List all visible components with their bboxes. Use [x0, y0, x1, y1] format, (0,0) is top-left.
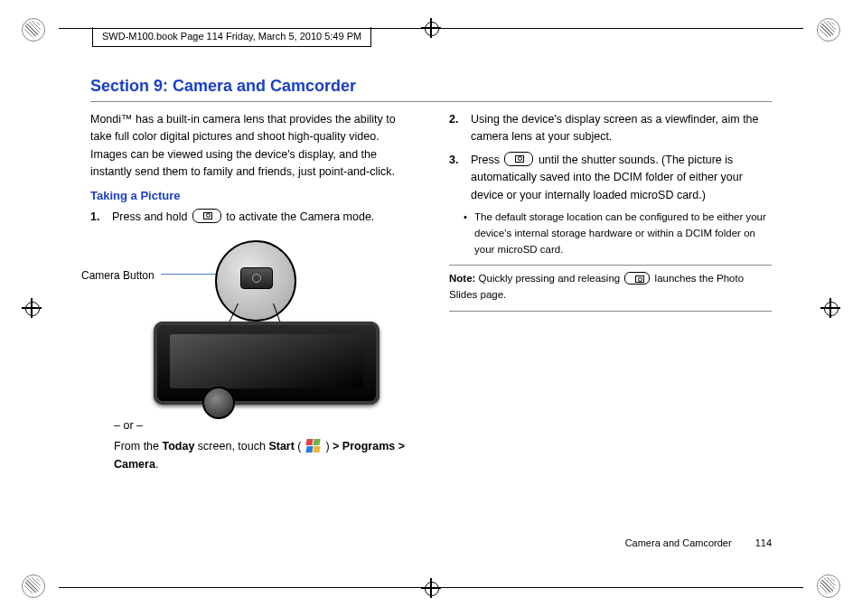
text: ( — [295, 440, 305, 453]
step-text: Press — [471, 154, 502, 166]
footer-section-name: Camera and Camcorder — [625, 537, 732, 548]
diagram-device-image — [154, 322, 379, 405]
step-3-bullet: The default storage location can be conf… — [449, 210, 772, 257]
horizontal-rule — [449, 311, 772, 312]
left-column: Mondi™ has a built-in camera lens that p… — [90, 111, 413, 479]
step-text: Press and hold — [112, 210, 191, 223]
crop-line — [59, 587, 803, 588]
step-text: Using the device's display screen as a v… — [471, 113, 759, 143]
step-number: 3. — [449, 152, 458, 169]
camera-button-icon — [624, 272, 650, 285]
section-title: Section 9: Camera and Camcorder — [90, 77, 772, 96]
registration-mark-icon — [22, 18, 45, 42]
step-1: 1. Press and hold to activate the Camera… — [90, 209, 413, 226]
note: Note: Quickly pressing and releasing lau… — [449, 271, 772, 303]
horizontal-rule — [449, 265, 772, 266]
registration-mark-icon — [22, 574, 45, 598]
note-label: Note: — [449, 273, 475, 284]
or-separator: – or – — [114, 417, 413, 434]
step-text: to activate the Camera mode. — [226, 210, 374, 223]
crop-mark-icon — [421, 578, 441, 598]
bold-start: Start — [268, 440, 294, 453]
text: From the — [114, 440, 163, 453]
device-diagram: Camera Button — [81, 231, 379, 412]
text: screen, touch — [194, 440, 268, 453]
diagram-zoom-camera-button — [215, 240, 296, 322]
camera-button-icon — [192, 209, 221, 223]
step-number: 2. — [449, 111, 458, 128]
step-2: 2. Using the device's display screen as … — [449, 111, 772, 146]
right-column: 2. Using the device's display screen as … — [449, 111, 772, 479]
text: . — [155, 458, 158, 471]
diagram-label-camera-button: Camera Button — [81, 267, 155, 285]
footer-page-number: 114 — [755, 537, 772, 548]
crop-mark-icon — [22, 298, 42, 318]
camera-button-icon — [504, 152, 533, 166]
text: ) — [323, 440, 333, 453]
document-header: SWD-M100.book Page 114 Friday, March 5, … — [92, 27, 371, 47]
page-footer: Camera and Camcorder 114 — [625, 537, 772, 548]
note-text: Quickly pressing and releasing — [475, 273, 623, 284]
diagram-zoom-small — [202, 387, 235, 419]
registration-mark-icon — [817, 574, 840, 598]
subheading-taking-picture: Taking a Picture — [90, 187, 413, 205]
step-1-alt: From the Today screen, touch Start ( ) >… — [90, 438, 413, 473]
crop-mark-icon — [820, 298, 840, 318]
bold-today: Today — [163, 440, 195, 453]
intro-paragraph: Mondi™ has a built-in camera lens that p… — [90, 111, 413, 182]
registration-mark-icon — [817, 18, 840, 42]
step-3: 3. Press until the shutter sounds. (The … — [449, 152, 772, 204]
horizontal-rule — [90, 101, 772, 102]
step-number: 1. — [90, 209, 99, 226]
windows-start-icon — [306, 439, 321, 453]
